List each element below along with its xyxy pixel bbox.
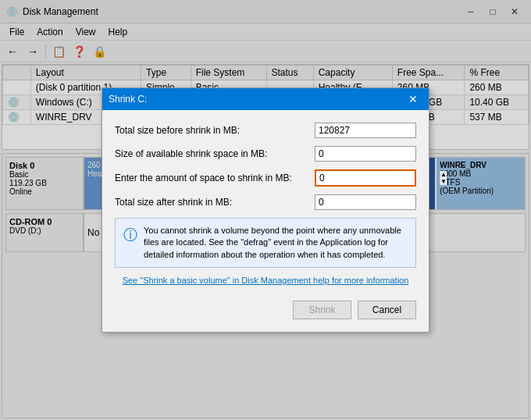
dialog-close-button[interactable]: ✕ — [404, 90, 422, 109]
field-label-available: Size of available shrink space in MB: — [115, 148, 315, 159]
field-label-enter-amount: Enter the amount of space to shrink in M… — [115, 173, 315, 183]
shrink-button[interactable]: Shrink — [293, 301, 351, 319]
dialog-title-bar: Shrink C: ✕ — [102, 88, 429, 110]
spinner-buttons: ▲ ▼ — [440, 171, 447, 185]
field-value-total-after: 0 — [315, 194, 416, 210]
field-value-available: 0 — [315, 146, 416, 162]
field-row-enter-amount: Enter the amount of space to shrink in M… — [115, 169, 416, 187]
field-row-total-before: Total size before shrink in MB: 120827 — [115, 123, 416, 138]
field-row-total-after: Total size after shrink in MB: 0 — [115, 194, 416, 210]
shrink-amount-input[interactable] — [316, 171, 440, 185]
modal-overlay: Shrink C: ✕ Total size before shrink in … — [0, 0, 531, 420]
cancel-button[interactable]: Cancel — [358, 301, 416, 319]
info-icon: ⓘ — [123, 226, 137, 261]
field-label-total-before: Total size before shrink in MB: — [115, 125, 315, 136]
dialog-body: Total size before shrink in MB: 120827 S… — [102, 110, 429, 332]
info-box: ⓘ You cannot shrink a volume beyond the … — [115, 218, 416, 268]
shrink-dialog: Shrink C: ✕ Total size before shrink in … — [102, 87, 429, 333]
dialog-footer: Shrink Cancel — [115, 297, 416, 319]
field-row-available: Size of available shrink space in MB: 0 — [115, 146, 416, 162]
dialog-title: Shrink C: — [109, 94, 147, 105]
spin-down-button[interactable]: ▼ — [440, 178, 447, 185]
spin-up-button[interactable]: ▲ — [440, 171, 447, 178]
field-input-wrap: ▲ ▼ — [315, 169, 416, 187]
help-link[interactable]: See "Shrink a basic volume" in Disk Mana… — [115, 276, 416, 285]
field-value-total-before: 120827 — [315, 123, 416, 138]
field-label-total-after: Total size after shrink in MB: — [115, 197, 315, 208]
info-text: You cannot shrink a volume beyond the po… — [144, 225, 408, 261]
